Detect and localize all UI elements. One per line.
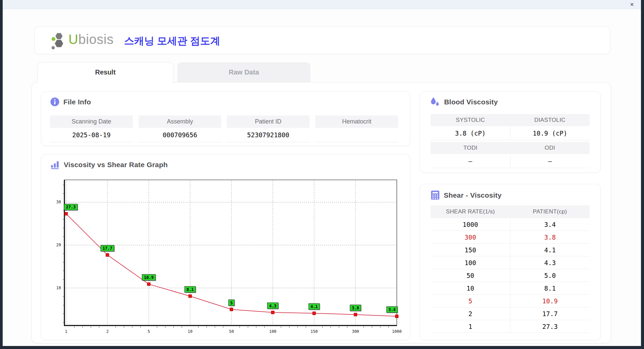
viscosity-chart: 1251050100150300100010203027.317.710.98.… — [50, 174, 406, 336]
index-table-header: TODI ODI — [431, 142, 590, 154]
shear-cell: 1000 — [431, 218, 511, 231]
svg-text:4.1: 4.1 — [311, 304, 318, 309]
todi-value: – — [431, 154, 511, 168]
shear-cell: 50 — [431, 269, 511, 282]
index-table: TODI ODI – – — [431, 142, 590, 168]
table-row: 3003.8 — [431, 231, 590, 244]
file-info-header: File Info — [50, 97, 91, 106]
close-icon[interactable]: × — [628, 0, 636, 8]
diastolic-header: DIASTOLIC — [510, 114, 590, 126]
table-row: 1504.1 — [431, 244, 590, 256]
patient-header: PATIENT(cp) — [510, 205, 590, 218]
table-row: 510.9 — [431, 295, 590, 307]
header-card: Ubiosis 스캐닝 모세관 점도계 — [35, 27, 610, 54]
shear-viscosity-table: SHEAR RATE(1/s) PATIENT(cp) 10003.4 3003… — [431, 205, 590, 333]
patient-cell: 4.3 — [511, 256, 590, 269]
svg-text:5: 5 — [148, 329, 150, 334]
field-scanning-date: Scanning Date 2025-08-19 — [50, 115, 133, 142]
svg-text:10: 10 — [188, 329, 193, 334]
odi-value: – — [511, 154, 590, 168]
table-row: 505.0 — [431, 269, 590, 282]
logo-letters-rest: biosis — [78, 32, 113, 47]
svg-text:10.9: 10.9 — [144, 275, 154, 280]
svg-text:100: 100 — [269, 329, 276, 334]
pressure-table-values: 3.8 (cP) 10.9 (cP) — [431, 126, 590, 140]
shear-viscosity-header: Shear - Viscosity — [431, 190, 501, 200]
table-row: 10003.4 — [431, 218, 590, 231]
field-label: Hematocrit — [315, 115, 398, 128]
file-info-title: File Info — [63, 98, 91, 106]
svg-text:3.8: 3.8 — [352, 306, 359, 310]
desktop-background: × Ubiosis 스캐닝 모세관 점도계 Result Raw Data — [0, 0, 644, 349]
table-row: 108.1 — [431, 282, 590, 295]
svg-text:17.7: 17.7 — [103, 246, 112, 251]
field-value: 000709656 — [139, 128, 221, 142]
table-row: 1004.3 — [431, 256, 590, 269]
index-table-values: – – — [431, 154, 590, 168]
pressure-table-header: SYSTOLIC DIASTOLIC — [431, 114, 590, 126]
tab-result[interactable]: Result — [37, 62, 173, 83]
field-label: Assembly — [139, 115, 221, 128]
svg-text:50: 50 — [229, 329, 234, 334]
todi-header: TODI — [431, 142, 510, 154]
shear-cell: 2 — [431, 307, 511, 320]
patient-cell: 10.9 — [511, 295, 590, 307]
app-window: Ubiosis 스캐닝 모세관 점도계 Result Raw Data File… — [3, 9, 641, 346]
svg-text:5: 5 — [230, 301, 232, 305]
field-label: Patient ID — [227, 115, 310, 128]
shear-viscosity-title: Shear - Viscosity — [444, 191, 501, 199]
shear-table-header: SHEAR RATE(1/s) PATIENT(cp) — [431, 205, 590, 218]
svg-text:10: 10 — [56, 286, 61, 290]
svg-text:3.4: 3.4 — [388, 307, 396, 312]
info-icon — [50, 97, 59, 106]
svg-text:2: 2 — [106, 329, 109, 334]
shear-cell: 150 — [431, 244, 511, 256]
shear-cell: 5 — [431, 295, 511, 307]
pressure-table: SYSTOLIC DIASTOLIC 3.8 (cP) 10.9 (cP) — [431, 114, 590, 140]
field-value — [315, 128, 398, 142]
table-row: 217.7 — [431, 307, 590, 320]
patient-cell: 17.7 — [511, 307, 590, 320]
table-row: 127.3 — [431, 320, 590, 333]
tab-raw-data[interactable]: Raw Data — [177, 62, 310, 83]
logo-letter-u: U — [68, 32, 78, 47]
svg-text:1000: 1000 — [392, 329, 402, 334]
svg-text:150: 150 — [311, 329, 318, 334]
tab-result-label: Result — [95, 68, 115, 76]
svg-text:4.3: 4.3 — [269, 304, 276, 308]
diastolic-value: 10.9 (cP) — [511, 126, 590, 140]
blood-drop-icon — [430, 97, 440, 107]
field-hematocrit: Hematocrit — [315, 115, 398, 142]
calculator-icon — [431, 190, 440, 200]
field-value: 52307921800 — [227, 128, 310, 142]
field-patient-id: Patient ID 52307921800 — [227, 115, 310, 142]
patient-cell: 27.3 — [511, 320, 590, 333]
patient-cell: 5.0 — [511, 269, 590, 282]
svg-text:300: 300 — [352, 329, 359, 334]
blood-viscosity-header: Blood Viscosity — [430, 97, 498, 107]
svg-text:20: 20 — [56, 243, 61, 247]
patient-cell: 3.4 — [511, 218, 590, 231]
patient-cell: 8.1 — [511, 282, 590, 295]
patient-cell: 3.8 — [511, 231, 590, 244]
svg-text:30: 30 — [56, 200, 61, 204]
patient-cell: 4.1 — [511, 244, 590, 256]
field-assembly: Assembly 000709656 — [139, 115, 221, 142]
logo-text: Ubiosis — [68, 32, 114, 47]
shear-cell: 10 — [431, 282, 511, 295]
blood-viscosity-title: Blood Viscosity — [444, 98, 498, 106]
graph-header: Viscosity vs Shear Rate Graph — [50, 160, 168, 169]
graph-title: Viscosity vs Shear Rate Graph — [64, 161, 168, 169]
svg-text:8.1: 8.1 — [186, 287, 194, 292]
app-title: 스캐닝 모세관 점도계 — [124, 34, 220, 48]
viscosity-chart-wrap: 1251050100150300100010203027.317.710.98.… — [50, 174, 406, 336]
svg-text:1: 1 — [65, 329, 67, 334]
svg-text:27.3: 27.3 — [66, 205, 76, 209]
field-value: 2025-08-19 — [50, 128, 133, 142]
systolic-header: SYSTOLIC — [431, 114, 510, 126]
shear-cell: 300 — [431, 231, 511, 244]
shear-cell: 1 — [431, 320, 511, 333]
tab-raw-data-label: Raw Data — [229, 68, 259, 76]
field-label: Scanning Date — [50, 115, 133, 128]
odi-header: ODI — [510, 142, 590, 154]
